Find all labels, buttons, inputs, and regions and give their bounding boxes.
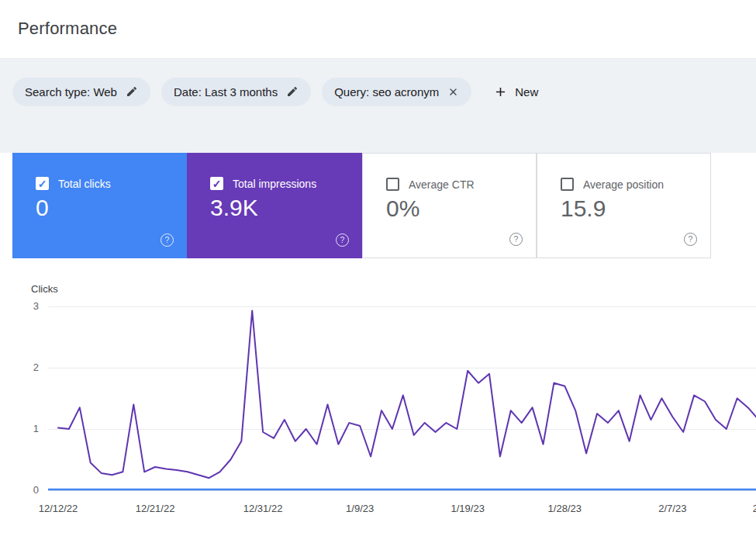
search-console-performance-page: Performance Search type: Web Date: Last … <box>0 0 756 536</box>
clicks-chart: Clicks 012312/12/2212/21/2212/31/221/9/2… <box>0 0 756 536</box>
performance-chart-lines[interactable] <box>0 0 756 536</box>
series-line-total-impressions <box>58 311 756 479</box>
